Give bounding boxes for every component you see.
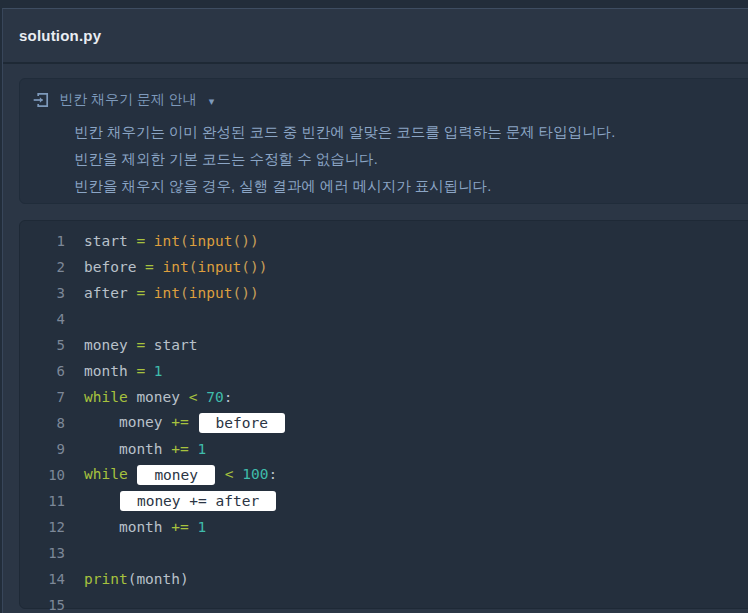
code-token [128, 466, 137, 482]
line-number: 4 [20, 311, 65, 327]
code-token: input [189, 285, 233, 301]
notice-body: 빈칸 채우기는 이미 완성된 코드 중 빈칸에 알맞은 코드를 입력하는 문제 … [74, 119, 748, 200]
code-token: += [171, 414, 188, 430]
code-token: month [84, 519, 171, 535]
line-number: 11 [20, 493, 65, 509]
code-token: int [154, 285, 180, 301]
line-number: 13 [20, 545, 65, 561]
code-token [145, 285, 154, 301]
code-token: = [136, 363, 145, 379]
code-token: 1 [198, 519, 207, 535]
code-token: (month) [128, 571, 189, 587]
code-line: 11 money += after [20, 488, 748, 514]
code-text: after = int(input()) [84, 285, 259, 301]
blank-input[interactable]: money += after [120, 491, 276, 511]
code-line: 12 month += 1 [20, 514, 748, 540]
line-number: 15 [20, 597, 65, 613]
line-number: 7 [20, 389, 65, 405]
code-token: print [84, 571, 128, 587]
code-text: money += before [84, 413, 286, 433]
code-token: : [224, 389, 233, 405]
code-token: int [154, 233, 180, 249]
code-token: 100 [242, 466, 268, 482]
code-token: = [136, 233, 145, 249]
code-text: before = int(input()) [84, 259, 267, 275]
code-token: += [171, 441, 188, 457]
chevron-down-icon: ▾ [209, 95, 215, 108]
code-line: 8 money += before [20, 410, 748, 436]
blank-input[interactable]: money [137, 465, 215, 485]
notice-line: 빈칸을 제외한 기본 코드는 수정할 수 없습니다. [74, 146, 748, 173]
code-token: ( [180, 285, 189, 301]
notice-header-toggle[interactable]: 빈칸 채우기 문제 안내 ▾ [20, 79, 748, 109]
code-token: int [163, 259, 189, 275]
tab-bar-divider [3, 62, 748, 64]
code-line: 13 [20, 540, 748, 566]
code-token: input [198, 259, 242, 275]
code-text: while money < 100: [84, 465, 277, 485]
notice-line: 빈칸을 채우지 않을 경우, 실행 결과에 에러 메시지가 표시됩니다. [74, 173, 748, 200]
code-text: start = int(input()) [84, 233, 259, 249]
code-token: before [84, 259, 145, 275]
code-token: < [189, 389, 198, 405]
line-number: 14 [20, 571, 65, 587]
code-token [145, 363, 154, 379]
code-line: 2before = int(input()) [20, 254, 748, 280]
code-token [216, 466, 225, 482]
code-line: 4 [20, 306, 748, 332]
code-token [84, 492, 119, 508]
code-token: month [84, 441, 171, 457]
blank-input[interactable]: before [199, 413, 285, 433]
code-line: 9 month += 1 [20, 436, 748, 462]
line-number: 5 [20, 337, 65, 353]
code-text: while money < 70: [84, 389, 232, 405]
code-token: ( [189, 259, 198, 275]
code-token: ()) [241, 259, 267, 275]
code-line: 10while money < 100: [20, 462, 748, 488]
code-text: print(month) [84, 571, 189, 587]
code-token: month [84, 363, 136, 379]
notice-title: 빈칸 채우기 문제 안내 [59, 91, 197, 109]
code-token: 1 [198, 441, 207, 457]
code-line: 3after = int(input()) [20, 280, 748, 306]
code-token: 70 [206, 389, 223, 405]
line-number: 9 [20, 441, 65, 457]
line-number: 2 [20, 259, 65, 275]
code-line: 14print(month) [20, 566, 748, 592]
code-token [198, 389, 207, 405]
blank-fill-notice-panel: 빈칸 채우기 문제 안내 ▾ 빈칸 채우기는 이미 완성된 코드 중 빈칸에 알… [19, 78, 748, 204]
code-text: money += after [84, 491, 277, 511]
code-token: ()) [232, 233, 258, 249]
code-token: ( [180, 233, 189, 249]
code-token [234, 466, 243, 482]
code-token: += [171, 519, 188, 535]
editor-window: solution.py 빈칸 채우기 문제 안내 ▾ 빈칸 채우기는 이미 완성… [2, 8, 748, 613]
code-line: 1start = int(input()) [20, 228, 748, 254]
code-token: input [189, 233, 233, 249]
code-text: month += 1 [84, 441, 206, 457]
code-text: month = 1 [84, 363, 163, 379]
code-token: while [84, 389, 128, 405]
code-token: start [145, 337, 197, 353]
code-text: month += 1 [84, 519, 206, 535]
line-number: 3 [20, 285, 65, 301]
code-token: 1 [154, 363, 163, 379]
line-number: 10 [20, 467, 65, 483]
code-token: < [225, 466, 234, 482]
code-token: while [84, 466, 128, 482]
code-token [154, 259, 163, 275]
code-token: = [136, 285, 145, 301]
code-token: money [84, 337, 136, 353]
code-editor[interactable]: 1start = int(input())2before = int(input… [19, 220, 748, 609]
code-token: = [145, 259, 154, 275]
code-token [189, 414, 198, 430]
code-token: : [268, 466, 277, 482]
code-line: 6month = 1 [20, 358, 748, 384]
tab-filename[interactable]: solution.py [19, 27, 101, 44]
code-line: 15 [20, 592, 748, 613]
code-token: = [136, 337, 145, 353]
line-number: 12 [20, 519, 65, 535]
code-token: ()) [232, 285, 258, 301]
code-text: money = start [84, 337, 198, 353]
line-number: 8 [20, 415, 65, 431]
